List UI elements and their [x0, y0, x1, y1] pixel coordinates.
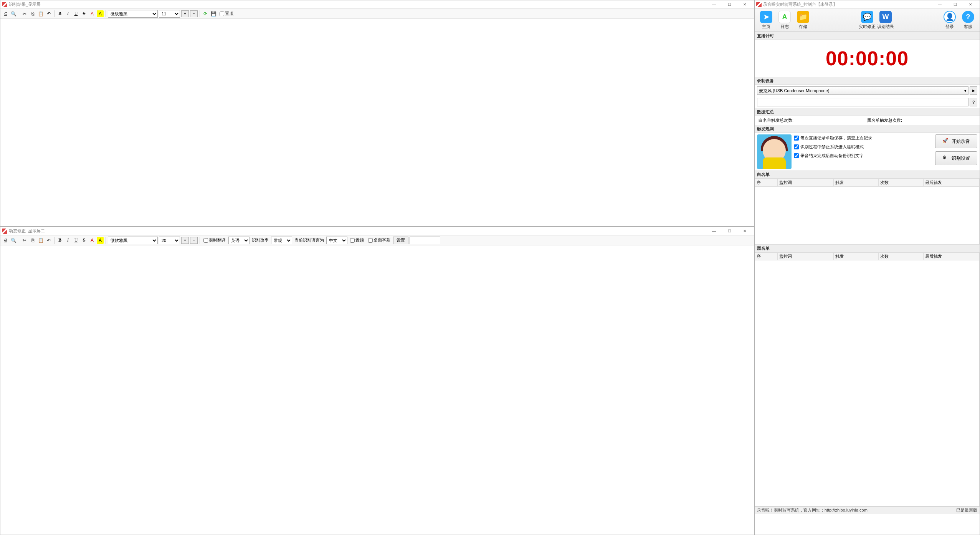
- refresh-icon[interactable]: ⟳: [202, 10, 209, 17]
- device-help-button[interactable]: ?: [970, 98, 977, 106]
- nav-log-label: 日志: [780, 24, 789, 30]
- rate-select[interactable]: 常规: [271, 237, 292, 244]
- col-keyword[interactable]: 监控词: [777, 179, 833, 187]
- col-trigger[interactable]: 触发: [833, 179, 878, 187]
- rule-3-label: 录音结束完成后自动备份识别文字: [800, 153, 864, 159]
- col-seq[interactable]: 序: [755, 179, 778, 187]
- rocket-icon: 🚀: [942, 138, 949, 145]
- editor-content-1[interactable]: [0, 19, 754, 226]
- cut-icon[interactable]: ✂: [21, 237, 28, 244]
- titlebar-2[interactable]: 动态修正_显示屏二 — ☐ ✕: [0, 227, 754, 235]
- maximize-button[interactable]: ☐: [722, 227, 737, 235]
- font-size-select[interactable]: 20: [159, 237, 180, 244]
- italic-button[interactable]: I: [64, 237, 71, 244]
- nav-home-label: 主页: [762, 24, 770, 30]
- underline-button[interactable]: U: [73, 10, 79, 17]
- source-lang-select[interactable]: 英语: [228, 237, 250, 244]
- minimize-button[interactable]: —: [706, 227, 722, 235]
- maximize-button[interactable]: ☐: [947, 0, 963, 9]
- nav-log[interactable]: A 日志: [775, 11, 794, 30]
- stat-whitelist-count: 白名单触发总次数:: [759, 118, 867, 123]
- size-increase-button[interactable]: +: [181, 10, 189, 17]
- realtime-translate-checkbox[interactable]: 实时翻译: [203, 237, 226, 243]
- col-trigger[interactable]: 触发: [833, 253, 878, 260]
- rules-header: 触发规则: [755, 125, 980, 133]
- italic-button[interactable]: I: [64, 10, 71, 17]
- whitelist-body[interactable]: [755, 187, 980, 244]
- overlay-checkbox-2[interactable]: 置顶: [350, 237, 364, 243]
- device-next-button[interactable]: ▶: [970, 86, 977, 95]
- titlebar-1[interactable]: 识别结果_显示屏 — ☐ ✕: [0, 0, 754, 9]
- maximize-button[interactable]: ☐: [722, 0, 737, 9]
- col-last[interactable]: 最后触发: [923, 179, 979, 187]
- status-right: 已是最新版: [956, 507, 977, 513]
- close-button[interactable]: ✕: [737, 0, 752, 9]
- avatar: [757, 134, 792, 169]
- highlight-button[interactable]: A: [97, 237, 104, 244]
- extra-input[interactable]: [410, 237, 440, 244]
- status-left: 录音啦！实时转写系统，官方网址：http://zhibo.luyinla.com: [757, 507, 868, 513]
- undo-icon[interactable]: ↶: [45, 237, 52, 244]
- col-count[interactable]: 次数: [878, 253, 923, 260]
- col-count[interactable]: 次数: [878, 179, 923, 187]
- minimize-button[interactable]: —: [706, 0, 722, 9]
- strike-button[interactable]: S: [81, 10, 88, 17]
- rule-1-checkbox[interactable]: 每次直播记录单独保存，清空上次记录: [794, 135, 933, 141]
- strike-button[interactable]: S: [81, 237, 88, 244]
- bold-button[interactable]: B: [56, 237, 63, 244]
- device-select[interactable]: 麦克风 (USB Condenser Microphone) ▾: [757, 86, 968, 95]
- highlight-button[interactable]: A: [97, 10, 104, 17]
- paste-icon[interactable]: 📋: [37, 237, 44, 244]
- nav-save-label: 存储: [799, 24, 807, 30]
- col-last[interactable]: 最后触发: [923, 253, 979, 260]
- print-icon[interactable]: 🖨: [2, 10, 9, 17]
- col-keyword[interactable]: 监控词: [777, 253, 833, 260]
- desktop-subtitle-label: 桌面字幕: [373, 237, 390, 243]
- close-button[interactable]: ✕: [963, 0, 978, 9]
- device-path-input[interactable]: [757, 98, 968, 106]
- blacklist-body[interactable]: [755, 260, 980, 506]
- rule-2-checkbox[interactable]: 识别过程中禁止系统进入睡眠模式: [794, 144, 933, 150]
- nav-support[interactable]: ? 客服: [959, 11, 977, 30]
- close-button[interactable]: ✕: [737, 227, 752, 235]
- editor-content-2[interactable]: [0, 245, 754, 535]
- window-title: 动态修正_显示屏二: [9, 228, 45, 234]
- nav-login[interactable]: 👤 登录: [940, 11, 959, 30]
- preview-icon[interactable]: 🔍: [10, 237, 17, 244]
- font-size-select[interactable]: 11: [159, 10, 180, 18]
- minimize-button[interactable]: —: [932, 0, 947, 9]
- size-increase-button[interactable]: +: [181, 237, 189, 244]
- titlebar-cp[interactable]: 录音啦实时转写系统_控制台【未登录】 — ☐ ✕: [755, 0, 980, 9]
- preview-icon[interactable]: 🔍: [10, 10, 17, 17]
- col-seq[interactable]: 序: [755, 253, 778, 260]
- print-icon[interactable]: 🖨: [2, 237, 9, 244]
- cut-icon[interactable]: ✂: [21, 10, 28, 17]
- font-select[interactable]: 微软雅黑: [108, 10, 158, 18]
- nav-home[interactable]: ➤ 主页: [757, 11, 775, 30]
- nav-save[interactable]: 📁 存储: [794, 11, 812, 30]
- settings-button[interactable]: 设置: [393, 237, 408, 244]
- overlay-checkbox-1[interactable]: 置顶: [220, 11, 233, 17]
- window-title: 识别结果_显示屏: [9, 2, 41, 7]
- size-decrease-button[interactable]: −: [190, 10, 198, 17]
- copy-icon[interactable]: ⎘: [29, 237, 36, 244]
- font-color-button[interactable]: A: [89, 10, 96, 17]
- underline-button[interactable]: U: [73, 237, 79, 244]
- nav-result[interactable]: W 识别结果: [876, 11, 895, 30]
- current-lang-select[interactable]: 中文: [326, 237, 347, 244]
- recognize-settings-button[interactable]: ⚙ 识别设置: [935, 151, 977, 165]
- bold-button[interactable]: B: [56, 10, 63, 17]
- desktop-subtitle-checkbox[interactable]: 桌面字幕: [368, 237, 390, 243]
- font-color-button[interactable]: A: [89, 237, 96, 244]
- nav-realtime[interactable]: 💬 实时修正: [858, 11, 876, 30]
- copy-icon[interactable]: ⎘: [29, 10, 36, 17]
- start-record-button[interactable]: 🚀 开始录音: [935, 134, 977, 148]
- save-icon[interactable]: 💾: [210, 10, 217, 17]
- undo-icon[interactable]: ↶: [45, 10, 52, 17]
- font-select[interactable]: 微软雅黑: [108, 237, 158, 244]
- rule-3-checkbox[interactable]: 录音结束完成后自动备份识别文字: [794, 153, 933, 159]
- paste-icon[interactable]: 📋: [37, 10, 44, 17]
- size-decrease-button[interactable]: −: [190, 237, 198, 244]
- correction-display-window: 动态修正_显示屏二 — ☐ ✕ 🖨 🔍 ✂ ⎘ 📋 ↶ B I U S A A …: [0, 227, 754, 535]
- app-icon: [2, 229, 7, 234]
